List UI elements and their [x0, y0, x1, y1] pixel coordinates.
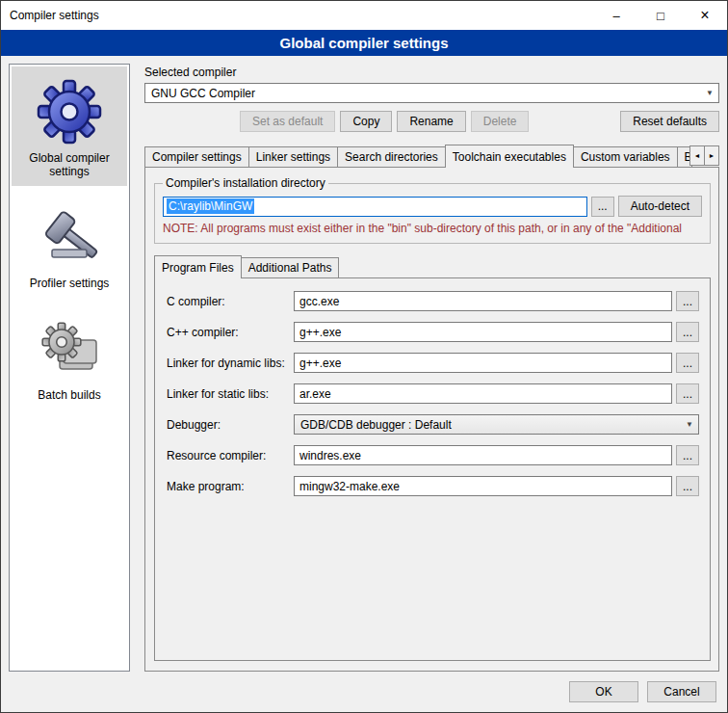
make-program-label: Make program: — [167, 480, 294, 493]
make-program-browse-button[interactable]: ... — [676, 476, 699, 496]
static-linker-input[interactable] — [294, 383, 672, 404]
browse-directory-button[interactable]: ... — [591, 197, 614, 217]
chevron-down-icon: ▼ — [706, 84, 714, 102]
main-panel: Selected compiler GNU GCC Compiler ▼ Set… — [144, 64, 719, 672]
tab-scroll-right-icon[interactable]: ► — [704, 145, 719, 166]
compiler-buttons-row: Set as default Copy Rename Delete Reset … — [144, 111, 719, 132]
static-linker-row: Linker for static libs: ... — [167, 383, 699, 404]
cpp-compiler-input[interactable] — [294, 322, 672, 342]
static-linker-browse-button[interactable]: ... — [676, 383, 699, 404]
window-title: Compiler settings — [1, 9, 99, 22]
installation-directory-group: Compiler's installation directory C:\ray… — [154, 176, 711, 244]
tab-linker-settings[interactable]: Linker settings — [248, 146, 338, 167]
dialog-content: Global compiler settings Profiler set — [1, 56, 727, 672]
compiler-select-value: GNU GCC Compiler — [151, 87, 255, 100]
resource-compiler-browse-button[interactable]: ... — [676, 445, 699, 465]
page-title: Global compiler settings — [1, 30, 727, 56]
titlebar: Compiler settings – □ × — [1, 1, 727, 30]
tab-custom-variables[interactable]: Custom variables — [573, 146, 678, 167]
sidebar-item-profiler-settings[interactable]: Profiler settings — [12, 192, 127, 298]
c-compiler-browse-button[interactable]: ... — [676, 291, 699, 311]
toolchain-executables-page: Compiler's installation directory C:\ray… — [144, 167, 719, 672]
batch-builds-icon — [35, 313, 104, 383]
minimize-icon: – — [612, 9, 619, 23]
gear-blue-icon — [35, 76, 104, 145]
sidebar-item-global-compiler-settings[interactable]: Global compiler settings — [12, 66, 127, 186]
auto-detect-button[interactable]: Auto-detect — [618, 196, 702, 217]
cancel-button[interactable]: Cancel — [647, 681, 716, 702]
cpp-compiler-label: C++ compiler: — [167, 326, 294, 339]
dynamic-linker-browse-button[interactable]: ... — [676, 353, 699, 373]
tab-compiler-settings[interactable]: Compiler settings — [144, 146, 249, 167]
installation-directory-input[interactable]: C:\raylib\MinGW — [163, 197, 587, 217]
tab-scroll-left-icon[interactable]: ◄ — [689, 145, 705, 166]
sidebar-item-label: Batch builds — [38, 388, 100, 402]
debugger-select-value: GDB/CDB debugger : Default — [300, 418, 452, 432]
installation-directory-legend: Compiler's installation directory — [163, 176, 328, 190]
debugger-select[interactable]: GDB/CDB debugger : Default ▼ — [294, 414, 699, 435]
sidebar-item-batch-builds[interactable]: Batch builds — [12, 304, 127, 409]
debugger-row: Debugger: GDB/CDB debugger : Default ▼ — [167, 414, 699, 435]
maximize-button[interactable]: □ — [638, 1, 683, 30]
c-compiler-input[interactable] — [294, 291, 672, 311]
dynamic-linker-label: Linker for dynamic libs: — [167, 356, 294, 370]
close-icon: × — [700, 7, 709, 24]
cpp-compiler-row: C++ compiler: ... — [167, 322, 699, 342]
subtab-program-files[interactable]: Program Files — [154, 255, 242, 278]
installation-note: NOTE: All programs must exist either in … — [163, 222, 702, 235]
sidebar-item-label: Profiler settings — [30, 277, 110, 290]
close-button[interactable]: × — [683, 1, 727, 30]
dialog-footer: OK Cancel — [1, 672, 727, 712]
static-linker-label: Linker for static libs: — [167, 387, 294, 401]
tab-search-directories[interactable]: Search directories — [337, 146, 446, 167]
c-compiler-row: C compiler: ... — [167, 291, 699, 311]
ok-button[interactable]: OK — [569, 681, 638, 702]
maximize-icon: □ — [657, 9, 664, 23]
installation-directory-row: C:\raylib\MinGW ... Auto-detect — [163, 196, 702, 217]
installation-directory-value: C:\raylib\MinGW — [167, 198, 254, 214]
resource-compiler-row: Resource compiler: ... — [167, 445, 699, 465]
cpp-compiler-browse-button[interactable]: ... — [676, 322, 699, 342]
dynamic-linker-row: Linker for dynamic libs: ... — [167, 353, 699, 373]
settings-tabstrip: Compiler settings Linker settings Search… — [144, 145, 719, 167]
tab-toolchain-executables[interactable]: Toolchain executables — [445, 145, 574, 168]
compiler-settings-dialog: Compiler settings – □ × Global compiler … — [0, 0, 728, 713]
rename-button[interactable]: Rename — [397, 111, 465, 132]
chevron-down-icon: ▼ — [686, 415, 693, 434]
debugger-label: Debugger: — [167, 418, 294, 432]
profiler-tool-icon — [35, 201, 104, 271]
program-files-page: C compiler: ... C++ compiler: ... — [154, 277, 711, 661]
tab-scroll-buttons: ◄ ► — [690, 145, 719, 166]
sidebar-item-label: Global compiler settings — [13, 151, 125, 178]
compiler-select[interactable]: GNU GCC Compiler ▼ — [144, 83, 719, 103]
reset-defaults-button[interactable]: Reset defaults — [620, 111, 719, 132]
delete-button: Delete — [471, 111, 530, 132]
make-program-row: Make program: ... — [167, 476, 699, 496]
dynamic-linker-input[interactable] — [294, 353, 672, 373]
program-files-tabstrip: Program Files Additional Paths — [154, 255, 711, 277]
resource-compiler-label: Resource compiler: — [167, 449, 294, 462]
resource-compiler-input[interactable] — [294, 445, 672, 465]
settings-sidebar: Global compiler settings Profiler set — [9, 64, 130, 672]
set-as-default-button: Set as default — [240, 111, 335, 132]
minimize-button[interactable]: – — [594, 1, 638, 30]
c-compiler-label: C compiler: — [167, 295, 294, 308]
subtab-additional-paths[interactable]: Additional Paths — [241, 257, 340, 277]
selected-compiler-label: Selected compiler — [144, 66, 719, 79]
make-program-input[interactable] — [294, 476, 672, 496]
copy-button[interactable]: Copy — [340, 111, 392, 132]
